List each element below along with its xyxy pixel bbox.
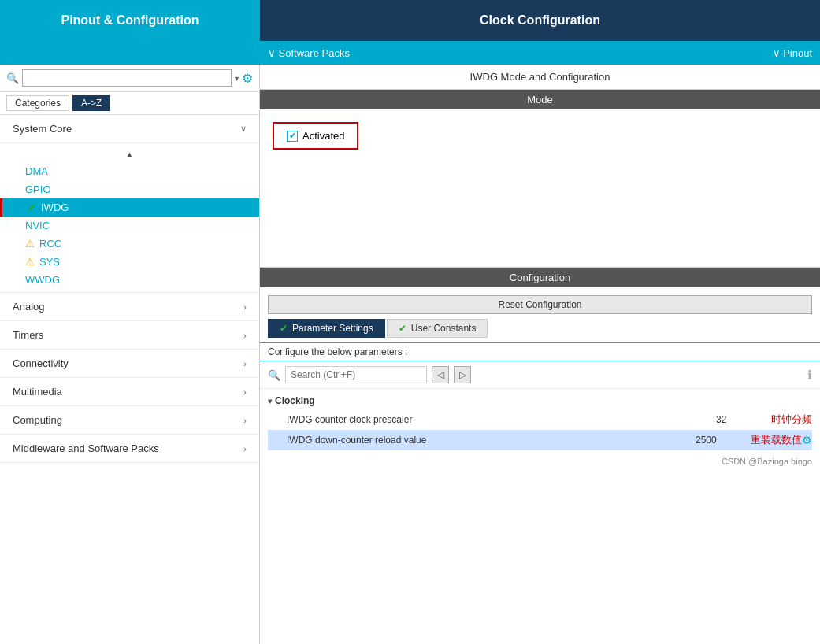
top-header: Pinout & Configuration Clock Configurati… — [0, 0, 820, 41]
config-tab-bar: ✔ Parameter Settings ✔ User Constants — [260, 319, 820, 342]
param-search-icon: 🔍 — [268, 369, 280, 381]
system-core-section: System Core ∨ ▲ DMA GPIO ✔ IWDG NVIC — [0, 115, 259, 293]
timers-header[interactable]: Timers › — [0, 321, 259, 350]
timers-label: Timers — [13, 329, 43, 341]
param-tab-check-icon: ✔ — [280, 323, 288, 334]
middleware-chevron-icon: › — [243, 444, 247, 453]
settings-gear-icon[interactable]: ⚙ — [242, 71, 253, 86]
system-core-label: System Core — [13, 123, 72, 135]
sidebar-item-wwdg[interactable]: WWDG — [0, 271, 259, 289]
pinout-config-title: Pinout & Configuration — [0, 0, 260, 41]
activated-box: ✔ Activated — [273, 122, 358, 150]
param-prescaler-name: IWDG counter clock prescaler — [287, 414, 716, 425]
tab-az[interactable]: A->Z — [72, 95, 110, 111]
connectivity-chevron-icon: › — [243, 359, 247, 368]
sub-header: ∨ Software Packs ∨ Pinout — [0, 41, 820, 65]
system-core-items: ▲ DMA GPIO ✔ IWDG NVIC ⚠ RCC — [0, 143, 259, 293]
reset-config-button[interactable]: Reset Configuration — [268, 295, 812, 314]
mode-section: Mode ✔ Activated — [260, 90, 820, 268]
param-header: Configure the below parameters : — [260, 342, 820, 361]
sidebar-item-gpio[interactable]: GPIO — [0, 180, 259, 198]
param-prev-button[interactable]: ◁ — [432, 366, 449, 383]
timers-chevron-icon: › — [243, 331, 247, 340]
iwdg-mode-title: IWDG Mode and Configuration — [260, 65, 820, 90]
system-core-header[interactable]: System Core ∨ — [0, 115, 259, 143]
sidebar: 🔍 ▾ ⚙ Categories A->Z System Core ∨ ▲ DM… — [0, 65, 260, 644]
sys-warning-icon: ⚠ — [25, 256, 35, 268]
middleware-header[interactable]: Middleware and Software Packs › — [0, 435, 259, 463]
activated-label: Activated — [302, 130, 344, 142]
main-layout: 🔍 ▾ ⚙ Categories A->Z System Core ∨ ▲ DM… — [0, 65, 820, 644]
tab-parameter-settings[interactable]: ✔ Parameter Settings — [268, 319, 385, 338]
clock-config-title: Clock Configuration — [260, 0, 820, 41]
sidebar-item-rcc[interactable]: ⚠ RCC — [0, 235, 259, 253]
sidebar-search-bar: 🔍 ▾ ⚙ — [0, 65, 259, 92]
rcc-warning-icon: ⚠ — [25, 238, 35, 250]
sidebar-item-iwdg[interactable]: ✔ IWDG — [0, 198, 259, 217]
param-reload-annotation: 重装载数值 — [751, 433, 802, 447]
connectivity-header[interactable]: Connectivity › — [0, 350, 259, 378]
mode-header-bar: Mode — [260, 90, 820, 109]
analog-chevron-icon: › — [243, 302, 247, 312]
sub-header-left-spacer — [0, 41, 260, 65]
multimedia-header[interactable]: Multimedia › — [0, 378, 259, 406]
param-reload-name: IWDG down-counter reload value — [287, 435, 696, 446]
computing-label: Computing — [13, 414, 62, 426]
tab-user-constants[interactable]: ✔ User Constants — [387, 319, 488, 338]
multimedia-label: Multimedia — [13, 386, 62, 398]
search-input[interactable] — [22, 69, 232, 87]
sidebar-item-nvic[interactable]: NVIC — [0, 217, 259, 235]
sub-header-right: ∨ Software Packs ∨ Pinout — [260, 41, 820, 65]
param-reload-value: 2500 — [696, 435, 743, 446]
analog-header[interactable]: Analog › — [0, 293, 259, 321]
param-search-input[interactable] — [285, 366, 427, 383]
sort-arrow-icon: ▲ — [0, 146, 259, 162]
watermark: CSDN @Bazinga bingo — [260, 453, 820, 469]
right-content: IWDG Mode and Configuration Mode ✔ Activ… — [260, 65, 820, 644]
search-icon: 🔍 — [6, 72, 19, 84]
clocking-triangle-icon: ▾ — [268, 397, 272, 405]
iwdg-status-icon: ✔ — [28, 202, 36, 213]
mode-content: ✔ Activated — [260, 109, 820, 267]
param-reload-gear-icon[interactable]: ⚙ — [802, 434, 812, 446]
connectivity-label: Connectivity — [13, 357, 69, 369]
activated-checkbox[interactable]: ✔ — [287, 131, 298, 142]
param-prescaler-value: 32 — [716, 414, 763, 425]
param-row-reload[interactable]: IWDG down-counter reload value 2500 重装载数… — [268, 430, 812, 450]
middleware-label: Middleware and Software Packs — [13, 442, 159, 454]
param-prescaler-annotation: 时钟分频 — [771, 413, 812, 427]
tab-categories[interactable]: Categories — [6, 95, 69, 111]
system-core-chevron: ∨ — [240, 124, 247, 134]
config-header-bar: Configuration — [260, 268, 820, 287]
pinout-menu[interactable]: ∨ Pinout — [773, 47, 812, 59]
computing-header[interactable]: Computing › — [0, 406, 259, 435]
info-icon: ℹ — [807, 368, 812, 383]
sidebar-item-sys[interactable]: ⚠ SYS — [0, 253, 259, 271]
software-packs-menu[interactable]: ∨ Software Packs — [268, 47, 350, 59]
param-row-prescaler: IWDG counter clock prescaler 32 时钟分频 — [268, 409, 812, 430]
param-next-button[interactable]: ▷ — [454, 366, 471, 383]
config-section: Configuration Reset Configuration ✔ Para… — [260, 268, 820, 644]
sidebar-tabs: Categories A->Z — [0, 92, 259, 115]
user-tab-check-icon: ✔ — [399, 323, 406, 334]
analog-label: Analog — [13, 301, 44, 313]
sidebar-item-dma[interactable]: DMA — [0, 162, 259, 180]
param-search-bar: 🔍 ◁ ▷ ℹ — [260, 361, 820, 389]
clocking-label: ▾ Clocking — [268, 392, 812, 409]
dropdown-arrow-icon[interactable]: ▾ — [235, 74, 239, 83]
multimedia-chevron-icon: › — [243, 387, 247, 397]
computing-chevron-icon: › — [243, 416, 247, 425]
clocking-group: ▾ Clocking IWDG counter clock prescaler … — [260, 389, 820, 453]
